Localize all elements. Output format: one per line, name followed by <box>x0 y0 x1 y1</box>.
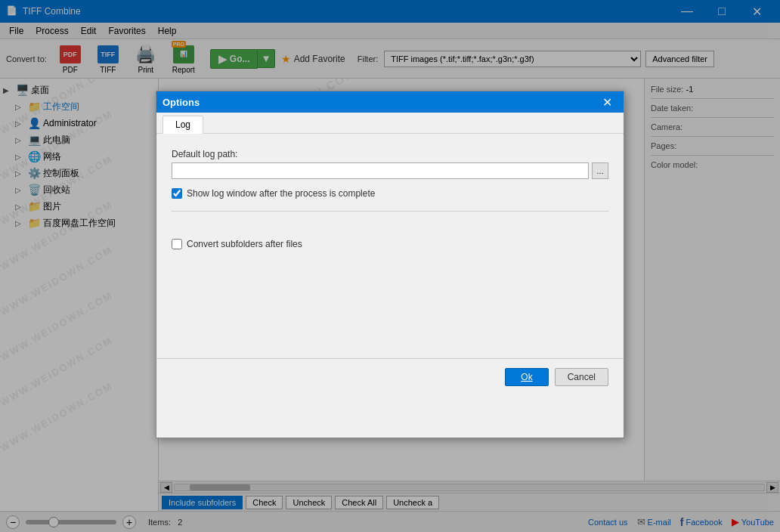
modal-spacer <box>156 268 624 358</box>
modal-ok-button[interactable]: Ok <box>505 368 548 386</box>
convert-subfolders-checkbox[interactable] <box>172 239 182 249</box>
log-path-input[interactable] <box>172 162 589 179</box>
modal-overlay: Options ✕ Log Default log path: … Show l… <box>0 0 780 532</box>
convert-subfolders-label: Convert subfolders after files <box>187 239 302 249</box>
modal-close-button[interactable]: ✕ <box>596 91 618 113</box>
log-path-label: Default log path: <box>172 149 608 159</box>
options-dialog: Options ✕ Log Default log path: … Show l… <box>156 91 624 438</box>
modal-titlebar: Options ✕ <box>156 91 624 113</box>
modal-section2: Convert subfolders after files <box>156 239 624 268</box>
log-path-browse-button[interactable]: … <box>592 162 608 179</box>
convert-subfolders-row: Convert subfolders after files <box>172 239 608 249</box>
log-path-row: … <box>172 162 608 179</box>
modal-log-content: Default log path: … Show log window afte… <box>156 134 624 239</box>
modal-tab-log[interactable]: Log <box>162 116 203 134</box>
show-log-label: Show log window after the process is com… <box>187 188 375 199</box>
modal-title: Options <box>162 97 596 108</box>
show-log-row: Show log window after the process is com… <box>172 188 608 199</box>
modal-footer: Ok Cancel <box>156 358 624 395</box>
modal-cancel-button[interactable]: Cancel <box>555 368 608 386</box>
modal-tabs: Log <box>156 113 624 134</box>
modal-divider <box>172 211 608 212</box>
show-log-checkbox[interactable] <box>172 188 182 199</box>
